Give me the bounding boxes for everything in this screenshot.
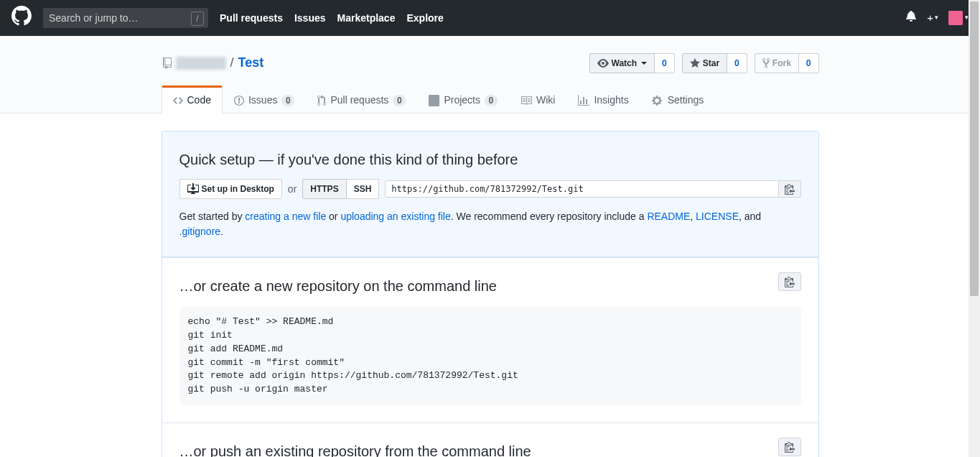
gear-icon: [652, 95, 663, 106]
graph-icon: [578, 95, 589, 106]
tab-pull-requests[interactable]: Pull requests 0: [306, 86, 417, 114]
copy-push-cli-button[interactable]: [778, 438, 801, 456]
tab-issues[interactable]: Issues 0: [223, 86, 306, 114]
user-menu[interactable]: ▾: [948, 11, 969, 25]
tab-insights[interactable]: Insights: [566, 86, 640, 114]
tab-projects[interactable]: Projects 0: [417, 86, 509, 114]
eye-icon: [597, 57, 609, 69]
book-icon: [521, 95, 532, 106]
clone-url-input[interactable]: [385, 180, 778, 198]
repository-header: / Test Watch 0 Star 0: [0, 36, 980, 114]
tab-settings[interactable]: Settings: [640, 86, 716, 114]
link-gitignore[interactable]: .gitignore: [179, 226, 221, 237]
nav-marketplace[interactable]: Marketplace: [337, 11, 396, 26]
nav-issues[interactable]: Issues: [294, 11, 326, 26]
plus-label: +: [927, 10, 933, 27]
ssh-button[interactable]: SSH: [347, 179, 380, 199]
code-icon: [173, 95, 183, 106]
tab-code[interactable]: Code: [162, 86, 223, 114]
chevron-down-icon: ▾: [935, 13, 938, 23]
header-right: +▾ ▾: [905, 10, 969, 27]
clone-url-group: [385, 180, 801, 198]
tab-insights-label: Insights: [594, 93, 628, 108]
search-input[interactable]: [43, 8, 208, 28]
setup-box: Quick setup — if you've done this kind o…: [162, 131, 819, 457]
watch-group: Watch 0: [589, 53, 675, 73]
star-group: Star 0: [682, 53, 747, 73]
clippy-icon: [785, 183, 795, 195]
create-cli-heading: …or create a new repository on the comma…: [179, 275, 801, 297]
chevron-down-icon: [641, 62, 647, 65]
link-readme[interactable]: README: [647, 211, 690, 222]
star-label: Star: [703, 56, 719, 70]
repo-icon: [162, 57, 173, 69]
repo-title: / Test: [162, 53, 264, 73]
tab-issues-label: Issues: [248, 93, 277, 108]
tab-code-label: Code: [187, 93, 211, 108]
repo-forked-icon: [762, 57, 770, 69]
scrollbar[interactable]: [969, 0, 980, 457]
star-count[interactable]: 0: [727, 53, 747, 73]
fork-label: Fork: [773, 56, 791, 70]
repo-nav: Code Issues 0 Pull requests 0 Projects 0…: [162, 85, 819, 113]
path-separator: /: [230, 53, 234, 73]
quick-setup-section: Quick setup — if you've done this kind o…: [162, 131, 818, 257]
desktop-download-icon: [187, 183, 199, 195]
avatar: [948, 11, 963, 25]
tab-pulls-label: Pull requests: [330, 93, 388, 108]
notifications-button[interactable]: [905, 10, 917, 26]
quick-setup-heading: Quick setup — if you've done this kind o…: [179, 149, 801, 170]
mark-github-icon: [11, 6, 32, 26]
setup-desktop-label: Set up in Desktop: [202, 182, 274, 196]
watch-label: Watch: [612, 56, 638, 70]
watch-button[interactable]: Watch: [589, 53, 655, 73]
tab-wiki[interactable]: Wiki: [509, 86, 566, 114]
star-button[interactable]: Star: [682, 53, 727, 73]
main-content: Quick setup — if you've done this kind o…: [139, 131, 842, 457]
fork-button[interactable]: Fork: [755, 53, 799, 73]
clippy-icon: [785, 276, 795, 287]
bell-icon: [905, 10, 917, 22]
repo-owner-link[interactable]: [176, 57, 226, 70]
clippy-icon: [785, 441, 795, 453]
tab-wiki-label: Wiki: [536, 93, 555, 108]
git-pull-request-icon: [317, 95, 326, 106]
copy-url-button[interactable]: [779, 180, 801, 198]
global-header: / Pull requests Issues Marketplace Explo…: [0, 0, 980, 36]
copy-create-cli-button[interactable]: [778, 272, 801, 291]
nav-pull-requests[interactable]: Pull requests: [220, 11, 283, 26]
tab-issues-count: 0: [281, 95, 294, 106]
or-separator: or: [288, 182, 297, 197]
tab-projects-label: Projects: [444, 93, 480, 108]
github-logo[interactable]: [11, 6, 32, 30]
create-new-dropdown[interactable]: +▾: [927, 10, 938, 27]
link-license[interactable]: LICENSE: [696, 211, 739, 222]
header-nav: Pull requests Issues Marketplace Explore: [220, 11, 444, 26]
create-cli-section: …or create a new repository on the comma…: [162, 257, 818, 423]
tab-pulls-count: 0: [393, 95, 406, 106]
link-create-new-file[interactable]: creating a new file: [245, 211, 326, 222]
repo-name-link[interactable]: Test: [238, 53, 264, 73]
search-container: /: [43, 8, 208, 28]
create-cli-code: echo "# Test" >> README.md git init git …: [179, 307, 801, 405]
tab-projects-count: 0: [485, 95, 498, 106]
search-slash-hint: /: [191, 11, 204, 26]
tab-settings-label: Settings: [668, 93, 704, 108]
issue-opened-icon: [234, 95, 244, 106]
fork-count[interactable]: 0: [799, 53, 819, 73]
quick-setup-help: Get started by creating a new file or up…: [179, 209, 801, 239]
setup-desktop-button[interactable]: Set up in Desktop: [179, 179, 282, 199]
nav-explore[interactable]: Explore: [406, 11, 443, 26]
push-cli-heading: …or push an existing repository from the…: [179, 440, 801, 457]
project-icon: [429, 95, 439, 106]
fork-group: Fork 0: [755, 53, 819, 73]
https-button[interactable]: HTTPS: [302, 179, 346, 199]
repo-actions: Watch 0 Star 0 Fork: [589, 53, 819, 73]
protocol-group: HTTPS SSH: [302, 179, 379, 199]
scrollbar-thumb[interactable]: [970, 1, 979, 296]
link-upload-file[interactable]: uploading an existing file: [340, 211, 450, 222]
watch-count[interactable]: 0: [655, 53, 675, 73]
push-cli-section: …or push an existing repository from the…: [162, 423, 818, 457]
star-icon: [690, 57, 700, 69]
